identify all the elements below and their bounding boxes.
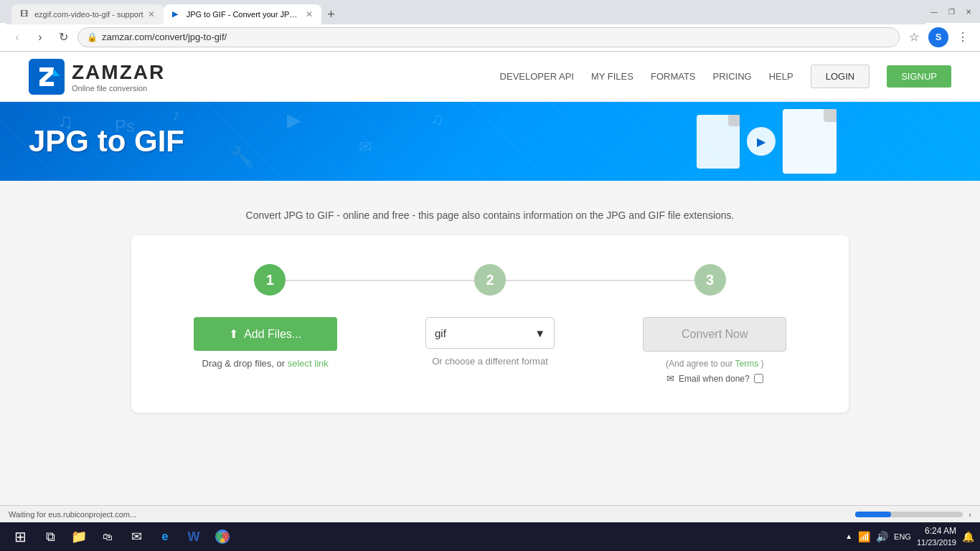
step-3-wrapper: 3 bbox=[600, 264, 820, 296]
add-files-button[interactable]: ⬆ Add Files... bbox=[194, 317, 337, 351]
tab2-favicon: ▶ bbox=[172, 9, 182, 19]
new-tab-button[interactable]: + bbox=[321, 4, 341, 24]
email-line: ✉ Email when done? bbox=[666, 373, 763, 384]
reload-button[interactable]: ↻ bbox=[55, 29, 72, 46]
url-text: zamzar.com/convert/jpg-to-gif/ bbox=[102, 32, 227, 42]
format-value: gif bbox=[435, 327, 446, 339]
upload-icon: ⬆ bbox=[229, 327, 238, 341]
nav-pricing[interactable]: PRICING bbox=[713, 71, 752, 82]
title-bar: 🎞 ezgif.com-video-to-gif - support ✕ ▶ J… bbox=[0, 0, 980, 23]
logo-tagline: Online file conversion bbox=[72, 84, 165, 93]
banner-title: JPG to GIF bbox=[29, 124, 184, 159]
network-icon: 📶 bbox=[858, 531, 870, 542]
banner: ♫ Ps ♪ 🔧 ▶ ✉ ♫ JPG to GIF ▶ bbox=[0, 102, 980, 181]
notification-button[interactable]: 🔔 bbox=[962, 531, 974, 542]
forward-button[interactable]: › bbox=[32, 29, 49, 46]
taskbar-edge[interactable]: e bbox=[152, 524, 178, 550]
select-link[interactable]: select link bbox=[288, 358, 329, 369]
zamzar-logo-icon bbox=[29, 59, 65, 95]
taskbar-mail[interactable]: ✉ bbox=[123, 524, 149, 550]
taskbar-chrome[interactable] bbox=[209, 524, 235, 550]
tab-2[interactable]: ▶ JPG to GIF - Convert your JPG to... ✕ bbox=[164, 4, 321, 24]
taskbar: ⊞ ⧉ 📁 🛍 ✉ e W ▲ 📶 🔊 ENG 6:24 AM 11/23/20… bbox=[0, 522, 980, 551]
page-description: Convert JPG to GIF - online and free - t… bbox=[29, 209, 951, 221]
banner-icons: ▶ bbox=[697, 109, 837, 174]
convert-extra: (And agree to our Terms ) ✉ Email when d… bbox=[666, 359, 764, 384]
taskbar-word[interactable]: W bbox=[181, 524, 207, 550]
progress-bar-fill bbox=[855, 512, 891, 517]
status-bar: Waiting for eus.rubiconproject.com... › bbox=[0, 505, 980, 522]
tab2-label: JPG to GIF - Convert your JPG to... bbox=[187, 10, 301, 19]
logo-text: ZAMZAR Online file conversion bbox=[72, 61, 165, 93]
step-1-circle: 1 bbox=[254, 264, 286, 296]
back-button[interactable]: ‹ bbox=[9, 29, 26, 46]
close-button[interactable]: ✕ bbox=[963, 6, 974, 17]
bookmark-button[interactable]: ☆ bbox=[905, 29, 923, 46]
choose-format-text: Or choose a different format bbox=[432, 356, 548, 367]
start-button[interactable]: ⊞ bbox=[6, 524, 34, 550]
step-1-control: ⬆ Add Files... Drag & drop files, or sel… bbox=[160, 317, 370, 369]
file-convert-illustration: ▶ bbox=[697, 109, 837, 174]
steps-controls: ⬆ Add Files... Drag & drop files, or sel… bbox=[160, 317, 820, 384]
drag-drop-area: Drag & drop files, or select link bbox=[202, 358, 329, 369]
system-clock[interactable]: 6:24 AM 11/23/2019 bbox=[917, 526, 956, 547]
convert-arrow-icon: ▶ bbox=[747, 127, 776, 156]
website-content: ZAMZAR Online file conversion DEVELOPER … bbox=[0, 52, 980, 427]
main-content: Convert JPG to GIF - online and free - t… bbox=[0, 181, 980, 427]
drag-text: Drag & drop files, or bbox=[202, 358, 286, 369]
nav-help[interactable]: HELP bbox=[769, 71, 793, 82]
restore-button[interactable]: ❐ bbox=[946, 6, 957, 17]
logo-area[interactable]: ZAMZAR Online file conversion bbox=[29, 59, 165, 95]
browser-chrome: 🎞 ezgif.com-video-to-gif - support ✕ ▶ J… bbox=[0, 0, 980, 52]
menu-button[interactable]: ⋮ bbox=[954, 29, 971, 46]
system-tray-expand[interactable]: ▲ bbox=[845, 532, 852, 540]
tab-1[interactable]: 🎞 ezgif.com-video-to-gif - support ✕ bbox=[11, 4, 164, 24]
step-2-wrapper: 2 bbox=[380, 264, 600, 296]
minimize-button[interactable]: — bbox=[928, 6, 940, 17]
profile-button[interactable]: S bbox=[928, 27, 948, 47]
step-3-circle: 3 bbox=[694, 264, 726, 296]
tab-bar: 🎞 ezgif.com-video-to-gif - support ✕ ▶ J… bbox=[6, 0, 925, 24]
terms-link[interactable]: Terms bbox=[735, 359, 759, 369]
tab1-close-icon[interactable]: ✕ bbox=[148, 9, 155, 19]
email-label: Email when done? bbox=[679, 374, 750, 384]
lang-indicator[interactable]: ENG bbox=[894, 532, 911, 541]
loading-progress-bar bbox=[855, 512, 963, 517]
steps-container: 1 2 3 bbox=[160, 264, 820, 296]
terms-prefix: (And agree to our bbox=[666, 359, 732, 369]
target-file-icon bbox=[783, 109, 837, 174]
taskbar-file-explorer[interactable]: 📁 bbox=[66, 524, 92, 550]
logo-name: ZAMZAR bbox=[72, 61, 165, 84]
nav-my-files[interactable]: MY FILES bbox=[591, 71, 633, 82]
terms-close: ) bbox=[761, 359, 764, 369]
email-checkbox[interactable] bbox=[754, 374, 763, 383]
site-nav: DEVELOPER API MY FILES FORMATS PRICING H… bbox=[500, 65, 951, 88]
arrow-symbol: ▶ bbox=[757, 135, 765, 149]
volume-icon: 🔊 bbox=[876, 531, 888, 542]
status-text: Waiting for eus.rubiconproject.com... bbox=[9, 510, 136, 519]
login-button[interactable]: LOGIN bbox=[811, 65, 870, 88]
tab1-favicon: 🎞 bbox=[20, 9, 30, 19]
url-bar[interactable]: 🔒 zamzar.com/convert/jpg-to-gif/ bbox=[77, 27, 900, 47]
taskbar-right: ▲ 📶 🔊 ENG 6:24 AM 11/23/2019 🔔 bbox=[845, 526, 974, 547]
source-file-icon bbox=[697, 115, 740, 169]
format-dropdown[interactable]: gif ▼ bbox=[425, 317, 555, 349]
tab2-close-icon[interactable]: ✕ bbox=[306, 9, 313, 19]
nav-formats[interactable]: FORMATS bbox=[651, 71, 696, 82]
converter-box: 1 2 3 ⬆ Add Files... bbox=[131, 235, 849, 413]
scroll-right-icon[interactable]: › bbox=[969, 510, 971, 519]
dropdown-arrow-icon: ▼ bbox=[534, 327, 545, 339]
nav-developer-api[interactable]: DEVELOPER API bbox=[500, 71, 574, 82]
step-3-control: Convert Now (And agree to our Terms ) ✉ … bbox=[610, 317, 820, 384]
convert-now-button[interactable]: Convert Now bbox=[643, 317, 786, 352]
lock-icon: 🔒 bbox=[87, 32, 98, 42]
terms-text: (And agree to our Terms ) bbox=[666, 359, 764, 369]
email-icon: ✉ bbox=[666, 373, 674, 384]
step-2-circle: 2 bbox=[474, 264, 506, 296]
taskbar-task-view[interactable]: ⧉ bbox=[37, 524, 63, 550]
site-header: ZAMZAR Online file conversion DEVELOPER … bbox=[0, 52, 980, 102]
signup-button[interactable]: SIGNUP bbox=[887, 65, 951, 88]
system-tray-icons: ▲ 📶 🔊 ENG bbox=[845, 531, 911, 542]
clock-time: 6:24 AM bbox=[917, 526, 956, 537]
taskbar-store[interactable]: 🛍 bbox=[95, 524, 121, 550]
